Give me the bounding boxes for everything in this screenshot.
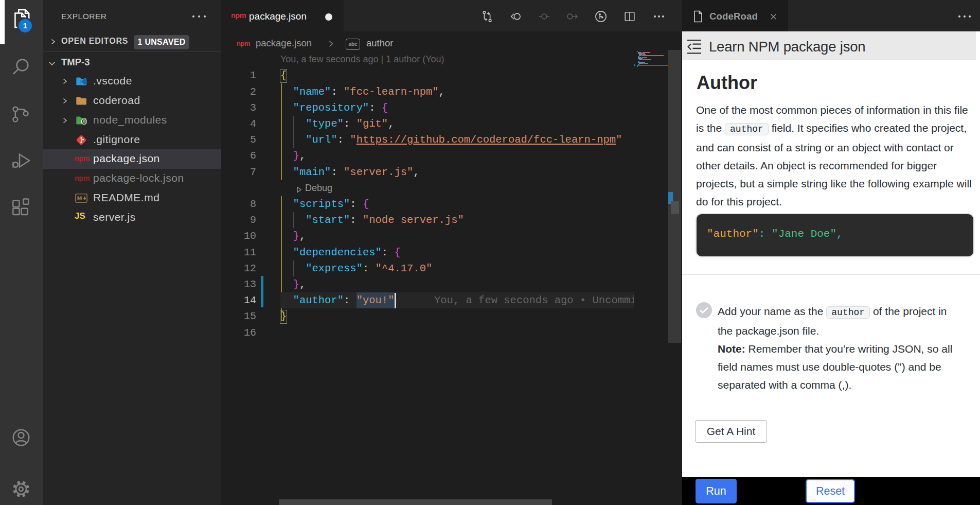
- svg-text:JS: JS: [82, 120, 86, 123]
